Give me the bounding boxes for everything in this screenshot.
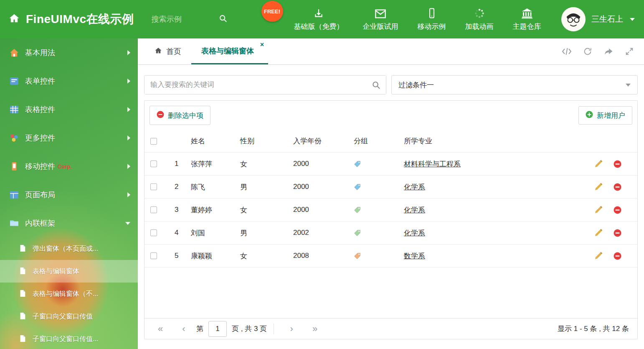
file-icon <box>19 290 27 298</box>
table-row: 5 康颖颖 女 2008 数学系 <box>145 245 637 267</box>
filter-row: 过滤条件一 <box>144 75 638 94</box>
nav-item-enterprise-trial[interactable]: 企业版试用 <box>363 7 398 31</box>
sidebar-item-iframe[interactable]: 内联框架 <box>0 209 138 237</box>
row-checkbox[interactable] <box>150 229 157 236</box>
chevron-right-icon <box>127 107 130 112</box>
cell-gender: 女 <box>240 251 293 261</box>
search-icon[interactable] <box>371 80 381 92</box>
major-link[interactable]: 化学系 <box>404 183 425 191</box>
edit-icon[interactable] <box>594 206 603 214</box>
sidebar-item-grid-controls[interactable]: 表格控件 <box>0 95 138 124</box>
select-all-checkbox[interactable] <box>150 138 157 145</box>
bank-icon <box>521 7 533 19</box>
cell-gender: 男 <box>240 182 293 192</box>
column-header-year[interactable]: 入学年份 <box>293 136 354 146</box>
next-page-button[interactable]: › <box>280 324 303 334</box>
tab-close-icon[interactable]: × <box>260 41 264 48</box>
edit-icon[interactable] <box>594 229 603 237</box>
major-link[interactable]: 化学系 <box>404 229 425 237</box>
nav-item-basic-edition[interactable]: 基础版（免费） <box>294 7 344 31</box>
row-number: 5 <box>168 252 191 260</box>
column-header-name[interactable]: 姓名 <box>191 136 240 146</box>
tab-tools <box>562 38 634 64</box>
home-icon <box>8 13 20 25</box>
keyword-search <box>144 75 386 94</box>
sidebar-subitem-grid-edit-window-2[interactable]: 表格与编辑窗体（不... <box>0 283 138 305</box>
sidebar-subitem-grid-edit-window[interactable]: 表格与编辑窗体 <box>0 260 138 283</box>
sidebar-item-mobile-controls[interactable]: 移动控件 Corp. <box>0 152 138 181</box>
mobile-icon <box>9 161 19 171</box>
row-checkbox[interactable] <box>150 160 157 167</box>
grid-panel: 删除选中项 新增用户 姓名 性别 入学年份 分组 <box>144 100 638 339</box>
sidebar-item-form-controls[interactable]: 表单控件 <box>0 67 138 95</box>
brand[interactable]: FineUIMvc在线示例 <box>8 11 134 27</box>
prev-page-button[interactable]: ‹ <box>172 324 195 334</box>
main-area: 首页 表格与编辑窗体 × <box>138 38 644 349</box>
major-link[interactable]: 化学系 <box>404 206 425 214</box>
filter-dropdown[interactable]: 过滤条件一 <box>391 75 638 94</box>
cell-gender: 女 <box>240 205 293 215</box>
edit-icon[interactable] <box>594 160 603 168</box>
edit-icon[interactable] <box>594 183 603 191</box>
user-menu[interactable]: 三生石上 <box>561 7 635 31</box>
row-checkbox[interactable] <box>150 183 157 190</box>
sidebar-subitem-child-to-parent-2[interactable]: 子窗口向父窗口传值... <box>0 328 138 349</box>
code-icon[interactable] <box>562 47 572 56</box>
cell-name: 康颖颖 <box>191 251 240 261</box>
row-checkbox[interactable] <box>150 252 157 259</box>
sidebar: 基本用法 表单控件 表格控件 更多控件 <box>0 38 138 349</box>
expand-icon[interactable] <box>625 47 634 56</box>
sidebar-item-more-controls[interactable]: 更多控件 <box>0 124 138 152</box>
header-search-input[interactable] <box>152 15 218 24</box>
delete-selected-button[interactable]: 删除选中项 <box>150 106 210 125</box>
filter-dropdown-value: 过滤条件一 <box>398 80 434 90</box>
chevron-right-icon <box>127 164 130 169</box>
nav-item-loading-animation[interactable]: 加载动画 <box>465 7 494 31</box>
app-title: FineUIMvc在线示例 <box>26 11 134 27</box>
delete-icon[interactable] <box>614 206 621 214</box>
delete-icon[interactable] <box>614 160 621 168</box>
column-header-gender[interactable]: 性别 <box>240 136 293 146</box>
search-icon[interactable] <box>218 14 228 25</box>
sidebar-item-page-layout[interactable]: 页面布局 <box>0 181 138 209</box>
keyword-search-input[interactable] <box>145 76 386 94</box>
sidebar-subitem-child-to-parent[interactable]: 子窗口向父窗口传值 <box>0 305 138 328</box>
page-label-before: 第 <box>196 324 203 334</box>
nav-item-label: 加载动画 <box>465 22 494 31</box>
tag-icon <box>354 252 361 260</box>
major-link[interactable]: 材料科学与工程系 <box>404 160 461 168</box>
add-user-button[interactable]: 新增用户 <box>578 106 632 125</box>
tab-grid-edit-window[interactable]: 表格与编辑窗体 × <box>191 38 268 64</box>
nav-item-mobile-demo[interactable]: 移动示例 <box>418 7 446 31</box>
major-link[interactable]: 数学系 <box>404 252 425 260</box>
first-page-button[interactable]: « <box>149 324 172 334</box>
table-header: 姓名 性别 入学年份 分组 所学专业 <box>145 130 637 153</box>
tag-icon <box>354 183 361 191</box>
cell-name: 陈飞 <box>191 182 240 192</box>
tag-icon <box>354 206 361 214</box>
app-header: FineUIMvc在线示例 FREE! 基础版（免费） 企业版试用 <box>0 0 644 38</box>
sidebar-subitem-popup-window[interactable]: 弹出窗体（本页面或... <box>0 237 138 260</box>
nav-item-label: 企业版试用 <box>363 22 398 31</box>
delete-icon[interactable] <box>614 229 621 237</box>
page-number-input[interactable] <box>208 321 227 337</box>
cell-name: 张萍萍 <box>191 159 240 169</box>
tab-home[interactable]: 首页 <box>144 38 191 64</box>
row-number: 4 <box>168 229 191 237</box>
delete-icon[interactable] <box>614 252 621 260</box>
edit-icon[interactable] <box>594 252 603 260</box>
refresh-icon[interactable] <box>583 47 592 56</box>
column-header-major[interactable]: 所学专业 <box>404 136 583 146</box>
column-header-group[interactable]: 分组 <box>354 136 404 146</box>
nav-item-theme-store[interactable]: 主题仓库 <box>513 7 541 31</box>
sidebar-item-basic-usage[interactable]: 基本用法 <box>0 38 138 67</box>
share-icon[interactable] <box>603 47 614 56</box>
last-page-button[interactable]: » <box>303 324 327 334</box>
corp-badge: Corp. <box>58 163 72 170</box>
cell-year: 2008 <box>293 252 354 260</box>
row-checkbox[interactable] <box>150 206 157 213</box>
file-icon <box>19 335 27 343</box>
delete-icon[interactable] <box>614 183 621 191</box>
cell-name: 刘国 <box>191 228 240 238</box>
sidebar-submenu: 弹出窗体（本页面或... 表格与编辑窗体 表格与编辑窗体（不... 子窗口向父窗… <box>0 237 138 349</box>
